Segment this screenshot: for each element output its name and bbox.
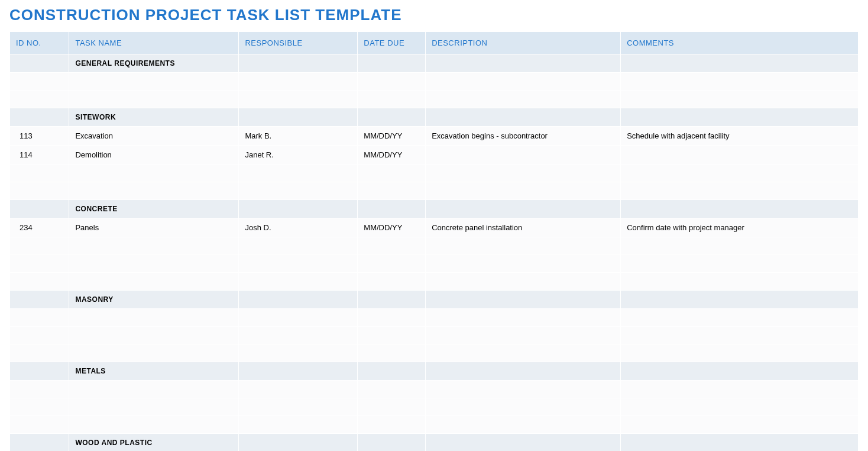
cell-task[interactable] <box>69 237 239 255</box>
cell-description[interactable] <box>426 309 621 327</box>
cell-responsible[interactable] <box>239 434 358 452</box>
cell-responsible[interactable] <box>239 291 358 309</box>
cell-id[interactable] <box>10 165 69 182</box>
cell-task[interactable]: Panels <box>69 218 239 237</box>
cell-task[interactable] <box>69 255 239 273</box>
cell-id[interactable] <box>10 327 69 344</box>
cell-id[interactable] <box>10 344 69 362</box>
cell-comments[interactable] <box>621 398 859 416</box>
cell-responsible[interactable] <box>239 362 358 381</box>
cell-comments[interactable] <box>621 165 859 182</box>
cell-comments[interactable] <box>621 73 859 91</box>
cell-id[interactable] <box>10 237 69 255</box>
cell-description[interactable] <box>426 108 621 127</box>
cell-responsible[interactable]: Janet R. <box>239 146 358 165</box>
cell-task[interactable]: WOOD AND PLASTIC <box>69 434 239 452</box>
cell-comments[interactable] <box>621 381 859 398</box>
cell-id[interactable] <box>10 434 69 452</box>
cell-task[interactable] <box>69 165 239 182</box>
cell-due[interactable] <box>358 73 426 91</box>
cell-due[interactable] <box>358 273 426 291</box>
cell-due[interactable] <box>358 381 426 398</box>
cell-due[interactable]: MM/DD/YY <box>358 127 426 146</box>
cell-responsible[interactable] <box>239 91 358 108</box>
cell-id[interactable] <box>10 255 69 273</box>
cell-task[interactable] <box>69 182 239 200</box>
cell-description[interactable] <box>426 200 621 218</box>
cell-responsible[interactable] <box>239 344 358 362</box>
cell-description[interactable] <box>426 255 621 273</box>
cell-responsible[interactable] <box>239 200 358 218</box>
cell-description[interactable] <box>426 344 621 362</box>
cell-comments[interactable]: Confirm date with project manager <box>621 218 859 237</box>
cell-description[interactable] <box>426 237 621 255</box>
cell-task[interactable] <box>69 273 239 291</box>
cell-description[interactable] <box>426 165 621 182</box>
cell-description[interactable] <box>426 416 621 434</box>
cell-responsible[interactable] <box>239 416 358 434</box>
cell-task[interactable]: GENERAL REQUIREMENTS <box>69 54 239 73</box>
cell-due[interactable]: MM/DD/YY <box>358 218 426 237</box>
cell-responsible[interactable] <box>239 309 358 327</box>
cell-responsible[interactable] <box>239 73 358 91</box>
cell-task[interactable] <box>69 73 239 91</box>
cell-id[interactable] <box>10 381 69 398</box>
cell-comments[interactable] <box>621 255 859 273</box>
cell-comments[interactable] <box>621 434 859 452</box>
cell-responsible[interactable] <box>239 182 358 200</box>
cell-task[interactable]: METALS <box>69 362 239 381</box>
cell-id[interactable] <box>10 291 69 309</box>
cell-comments[interactable] <box>621 273 859 291</box>
cell-description[interactable] <box>426 54 621 73</box>
cell-responsible[interactable] <box>239 381 358 398</box>
cell-task[interactable] <box>69 309 239 327</box>
cell-due[interactable] <box>358 362 426 381</box>
cell-comments[interactable] <box>621 362 859 381</box>
cell-due[interactable] <box>358 327 426 344</box>
cell-comments[interactable] <box>621 237 859 255</box>
cell-id[interactable] <box>10 200 69 218</box>
cell-id[interactable]: 234 <box>10 218 69 237</box>
cell-comments[interactable]: Schedule with adjacent facility <box>621 127 859 146</box>
cell-id[interactable] <box>10 398 69 416</box>
cell-id[interactable] <box>10 182 69 200</box>
cell-description[interactable] <box>426 73 621 91</box>
cell-id[interactable] <box>10 91 69 108</box>
cell-id[interactable] <box>10 362 69 381</box>
cell-responsible[interactable] <box>239 273 358 291</box>
cell-task[interactable]: Demolition <box>69 146 239 165</box>
cell-responsible[interactable] <box>239 108 358 127</box>
cell-due[interactable] <box>358 54 426 73</box>
cell-description[interactable] <box>426 291 621 309</box>
cell-task[interactable] <box>69 381 239 398</box>
cell-comments[interactable] <box>621 416 859 434</box>
cell-due[interactable] <box>358 344 426 362</box>
cell-id[interactable]: 114 <box>10 146 69 165</box>
cell-id[interactable] <box>10 416 69 434</box>
cell-id[interactable] <box>10 273 69 291</box>
cell-description[interactable]: Excavation begins - subcontractor <box>426 127 621 146</box>
cell-id[interactable] <box>10 73 69 91</box>
cell-id[interactable]: 113 <box>10 127 69 146</box>
cell-due[interactable] <box>358 182 426 200</box>
cell-comments[interactable] <box>621 291 859 309</box>
cell-responsible[interactable] <box>239 255 358 273</box>
cell-comments[interactable] <box>621 200 859 218</box>
cell-responsible[interactable] <box>239 54 358 73</box>
cell-description[interactable] <box>426 327 621 344</box>
cell-due[interactable] <box>358 165 426 182</box>
cell-description[interactable] <box>426 146 621 165</box>
cell-description[interactable] <box>426 182 621 200</box>
cell-due[interactable] <box>358 434 426 452</box>
cell-responsible[interactable] <box>239 398 358 416</box>
cell-responsible[interactable] <box>239 327 358 344</box>
cell-due[interactable] <box>358 200 426 218</box>
cell-task[interactable] <box>69 416 239 434</box>
cell-task[interactable] <box>69 91 239 108</box>
cell-comments[interactable] <box>621 108 859 127</box>
cell-id[interactable] <box>10 54 69 73</box>
cell-comments[interactable] <box>621 146 859 165</box>
cell-due[interactable] <box>358 255 426 273</box>
cell-due[interactable] <box>358 309 426 327</box>
cell-description[interactable] <box>426 434 621 452</box>
